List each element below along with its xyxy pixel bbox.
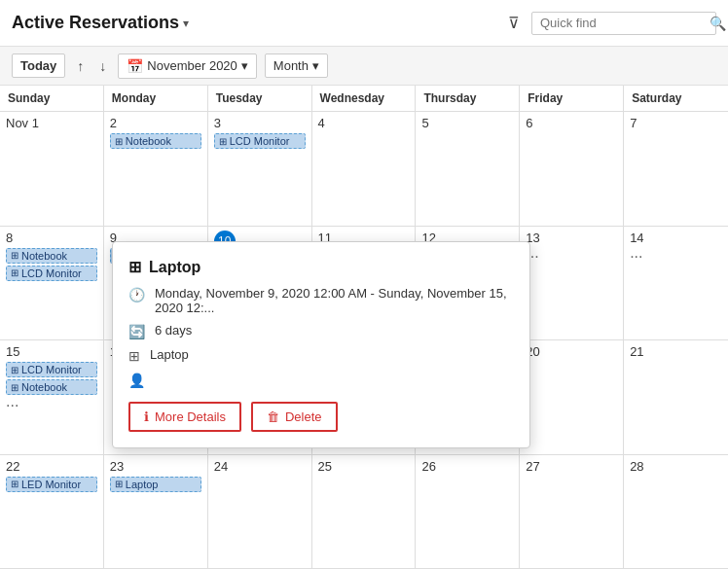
search-icon[interactable]: 🔍 [710,16,726,31]
date-chevron-icon: ▾ [241,58,248,73]
popup-date-row: 🕐 Monday, November 9, 2020 12:00 AM - Su… [128,286,514,315]
popup-duration-row: 🔄 6 days [128,323,514,339]
day-number: 14 [630,231,722,245]
day-7: 7 [624,112,728,226]
day-header-thursday: Thursday [416,86,520,111]
day-6: 6 [520,112,624,226]
event-notebook-w3[interactable]: ⊞ Notebook [6,379,97,395]
calendar: Sunday Monday Tuesday Wednesday Thursday… [0,86,728,569]
day-header-monday: Monday [104,86,208,111]
delete-icon: 🗑 [267,409,279,424]
day-20: 20 [520,340,624,454]
day-number: 7 [630,116,722,130]
month-view-button[interactable]: Month ▾ [265,53,328,78]
filter-icon[interactable]: ⊽ [504,10,524,36]
popup-user-row: 👤 [128,372,514,388]
app-title: Active Reservations [12,13,179,33]
month-chevron-icon: ▾ [312,58,319,73]
day-header-saturday: Saturday [624,86,728,111]
event-lcd-w2[interactable]: ⊞ LCD Monitor [6,266,97,281]
popup-item-label: Laptop [150,347,189,362]
day-27: 27 [520,455,624,569]
day-number: 5 [421,116,513,130]
day-number: 22 [6,459,97,474]
day-headers-row: Sunday Monday Tuesday Wednesday Thursday… [0,86,728,112]
more-dots-15[interactable]: ··· [6,397,97,414]
event-icon: ⊞ [115,136,123,147]
day-23: 23 ⊞ Laptop [104,455,208,569]
week-row-4: 22 ⊞ LED Monitor 23 ⊞ Laptop 24 25 26 27… [0,455,728,570]
day-header-tuesday: Tuesday [208,86,312,111]
day-number: 24 [214,459,306,474]
calendar-icon: 📅 [127,58,143,74]
day-number: 13 [526,231,617,245]
event-lcd-w1[interactable]: ⊞ LCD Monitor [214,133,306,149]
day-2: 2 ⊞ Notebook [104,112,208,226]
popup-actions: ℹ More Details 🗑 Delete [128,402,514,432]
day-header-sunday: Sunday [0,86,104,111]
day-number: 8 [6,231,97,245]
nav-down-button[interactable]: ↓ [95,56,110,76]
event-icon: ⊞ [219,136,227,147]
event-led-w4[interactable]: ⊞ LED Monitor [6,477,97,492]
event-icon: ⊞ [11,365,18,375]
day-4: 4 [312,112,417,226]
event-notebook-w2[interactable]: ⊞ Notebook [6,248,97,264]
day-number: 27 [526,459,617,474]
event-icon: ⊞ [11,250,18,261]
day-28: 28 [624,455,728,569]
header-right: ⊽ 🔍 [504,10,716,36]
day-header-wednesday: Wednesday [312,86,417,111]
day-5: 5 [416,112,520,226]
event-popup: ⊞ Laptop 🕐 Monday, November 9, 2020 12:0… [112,241,530,448]
day-8: 8 ⊞ Notebook ⊞ LCD Monitor [0,227,104,340]
day-3: 3 ⊞ LCD Monitor [208,112,312,226]
nav-up-button[interactable]: ↑ [73,56,88,76]
more-details-button[interactable]: ℹ More Details [128,402,241,432]
day-22: 22 ⊞ LED Monitor [0,455,104,569]
today-button[interactable]: Today [12,53,65,78]
day-14: 14 ··· [624,227,728,340]
more-dots-13[interactable]: ··· [526,248,617,266]
day-21: 21 [624,340,728,454]
day-number: 21 [630,344,722,359]
day-number: 26 [421,459,513,474]
popup-title-text: Laptop [149,259,200,276]
day-number: Nov 1 [6,116,97,130]
popup-user-icon: 👤 [128,373,145,388]
event-icon: ⊞ [11,479,18,489]
popup-duration-icon: 🔄 [128,324,145,339]
popup-title-icon: ⊞ [128,258,141,276]
search-input[interactable] [540,16,704,30]
event-lcd-w3[interactable]: ⊞ LCD Monitor [6,362,97,377]
day-header-friday: Friday [520,86,624,111]
popup-duration: 6 days [155,323,192,338]
day-15: 15 ⊞ LCD Monitor ⊞ Notebook ··· [0,340,104,454]
title-area: Active Reservations ▾ [12,13,189,33]
month-label: Month [273,58,309,73]
event-icon: ⊞ [11,382,18,393]
day-number: 3 [214,116,306,130]
popup-clock-icon: 🕐 [128,287,145,302]
more-dots-14[interactable]: ··· [630,248,722,266]
event-icon: ⊞ [11,267,18,278]
day-13: 13 ··· [520,227,624,340]
day-number: 28 [630,459,722,474]
event-laptop-w4[interactable]: ⊞ Laptop [110,477,201,492]
delete-label: Delete [285,409,322,424]
search-box: 🔍 [531,12,716,35]
popup-item-row: ⊞ Laptop [128,347,514,364]
week-row-1: Nov 1 2 ⊞ Notebook 3 ⊞ LCD Monitor 4 5 6… [0,112,728,227]
day-number: 20 [526,344,617,359]
date-label: November 2020 [147,58,237,73]
popup-date-range: Monday, November 9, 2020 12:00 AM - Sund… [155,286,514,315]
date-picker-button[interactable]: 📅 November 2020 ▾ [118,53,257,79]
delete-button[interactable]: 🗑 Delete [251,402,338,432]
popup-item-icon: ⊞ [128,348,140,364]
day-number: 15 [6,344,97,359]
title-chevron-icon[interactable]: ▾ [183,17,189,30]
day-26: 26 [416,455,520,569]
event-notebook-w1[interactable]: ⊞ Notebook [110,133,201,149]
day-number: 4 [318,116,410,130]
day-number: 25 [318,459,410,474]
